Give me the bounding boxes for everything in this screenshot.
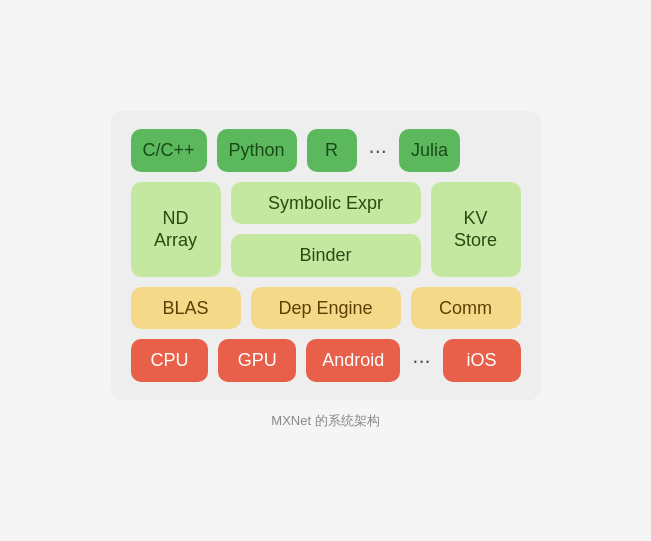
blas-box: BLAS: [131, 287, 241, 330]
ios-box: iOS: [443, 339, 521, 382]
symbolic-binder-col: Symbolic Expr Binder: [231, 182, 421, 277]
gpu-box: GPU: [218, 339, 296, 382]
mxnet-diagram: C/C++ Python R ··· Julia NDArray Symboli…: [111, 111, 541, 430]
language-row: C/C++ Python R ··· Julia: [131, 129, 521, 172]
kv-store-box: KVStore: [431, 182, 521, 277]
nd-array-box: NDArray: [131, 182, 221, 277]
binder-box: Binder: [231, 234, 421, 277]
python-box: Python: [217, 129, 297, 172]
r-box: R: [307, 129, 357, 172]
architecture-diagram: C/C++ Python R ··· Julia NDArray Symboli…: [111, 111, 541, 400]
middle-row: NDArray Symbolic Expr Binder KVStore: [131, 182, 521, 277]
julia-box: Julia: [399, 129, 460, 172]
engine-row: BLAS Dep Engine Comm: [131, 287, 521, 330]
diagram-caption: MXNet 的系统架构: [271, 412, 379, 430]
dots-2: ···: [410, 339, 432, 382]
hardware-row: CPU GPU Android ··· iOS: [131, 339, 521, 382]
cpp-box: C/C++: [131, 129, 207, 172]
dots-1: ···: [367, 129, 389, 172]
symbolic-expr-box: Symbolic Expr: [231, 182, 421, 225]
dep-engine-box: Dep Engine: [251, 287, 401, 330]
android-box: Android: [306, 339, 400, 382]
comm-box: Comm: [411, 287, 521, 330]
cpu-box: CPU: [131, 339, 209, 382]
